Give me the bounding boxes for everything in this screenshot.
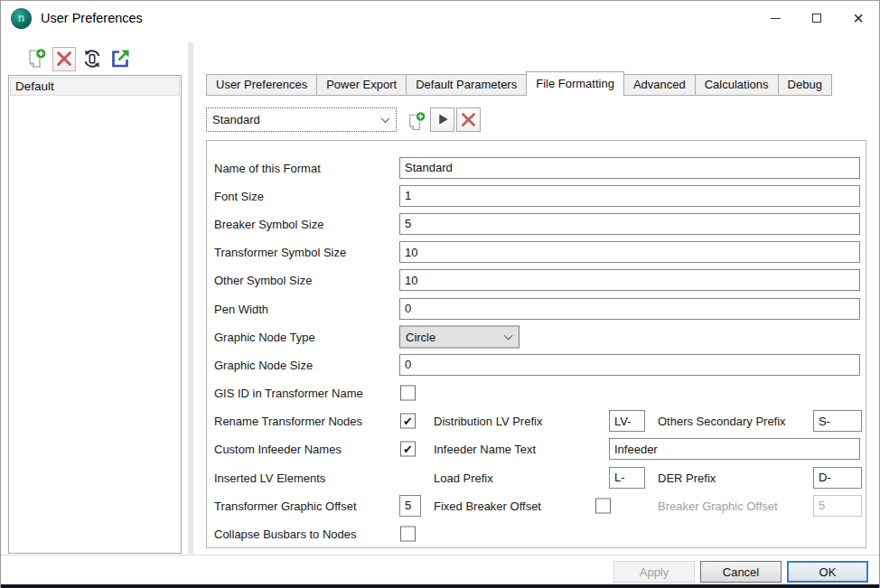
other-symbol-size-input[interactable] <box>399 269 860 291</box>
new-format-button[interactable] <box>404 107 428 132</box>
pen-width-input[interactable] <box>399 298 860 320</box>
window-title: User Preferences <box>41 11 143 25</box>
chevron-down-icon <box>381 114 390 123</box>
panel-splitter[interactable] <box>188 42 193 554</box>
tab-strip: User Preferences Power Export Default Pa… <box>206 71 832 96</box>
transformer-symbol-size-label: Transformer Symbol Size <box>214 246 346 259</box>
transformer-graphic-offset-label: Transformer Graphic Offset <box>214 499 357 512</box>
format-bar: Standard <box>206 107 481 132</box>
export-icon <box>109 48 131 70</box>
new-page-icon <box>406 110 426 132</box>
row-other-symbol-size: Other Symbol Size <box>207 266 866 294</box>
maximize-icon <box>812 14 821 23</box>
fixed-breaker-offset-label: Fixed Breaker Offset <box>434 499 541 512</box>
row-font-size: Font Size <box>207 182 866 210</box>
der-prefix-input[interactable] <box>813 467 862 489</box>
cancel-button[interactable]: Cancel <box>700 561 782 583</box>
infeeder-name-text-label: Infeeder Name Text <box>434 443 536 456</box>
profile-toolbar <box>24 45 132 72</box>
graphic-node-type-value: Circle <box>406 330 435 343</box>
delete-x-icon <box>55 50 73 68</box>
row-inserted-lv-elements: Inserted LV Elements Load Prefix DER Pre… <box>207 463 866 491</box>
ok-button[interactable]: OK <box>787 561 868 583</box>
row-pen-width: Pen Width <box>207 294 866 322</box>
export-profile-button[interactable] <box>108 47 132 71</box>
row-graphic-node-size: Graphic Node Size <box>207 350 866 378</box>
titlebar: User Preferences × <box>1 1 879 35</box>
row-transformer-symbol-size: Transformer Symbol Size <box>207 238 866 266</box>
new-profile-button[interactable] <box>24 47 48 71</box>
name-of-format-label: Name of this Format <box>214 161 321 174</box>
graphic-node-size-input[interactable] <box>399 354 860 376</box>
tab-calculations[interactable]: Calculations <box>695 74 779 96</box>
rename-nodes-label: Rename Transformer Nodes <box>214 415 362 428</box>
app-icon <box>11 8 32 29</box>
delete-profile-button[interactable] <box>52 47 76 71</box>
others-secondary-prefix-label: Others Secondary Prefix <box>658 415 786 428</box>
inserted-lv-elements-label: Inserted LV Elements <box>214 471 325 484</box>
row-graphic-node-type: Graphic Node Type Circle <box>207 322 866 350</box>
row-transformer-graphic-offset: Transformer Graphic Offset Fixed Breaker… <box>207 491 866 519</box>
profile-item-default[interactable]: Default <box>10 77 180 96</box>
refresh-icon <box>81 48 103 70</box>
delete-x-icon <box>460 111 477 128</box>
tab-debug[interactable]: Debug <box>778 74 832 96</box>
row-breaker-symbol-size: Breaker Symbol Size <box>207 210 866 238</box>
breaker-graphic-offset-input <box>813 495 862 517</box>
new-page-icon <box>25 48 47 70</box>
others-secondary-prefix-input[interactable] <box>813 410 862 432</box>
load-prefix-input[interactable] <box>609 467 645 489</box>
maximize-button[interactable] <box>796 1 838 35</box>
font-size-input[interactable] <box>399 185 860 207</box>
user-preferences-window: { "window": { "title": "User Preferences… <box>0 0 880 588</box>
graphic-node-type-select[interactable]: Circle <box>399 325 520 348</box>
name-of-format-input[interactable] <box>399 157 860 179</box>
sync-profile-button[interactable] <box>80 47 104 71</box>
tab-user-preferences[interactable]: User Preferences <box>206 74 317 96</box>
rename-nodes-checkbox[interactable]: ✔ <box>400 414 416 429</box>
window-controls: × <box>754 1 879 35</box>
breaker-symbol-size-input[interactable] <box>399 213 860 235</box>
collapse-busbars-label: Collapse Busbars to Nodes <box>214 527 357 541</box>
transformer-symbol-size-input[interactable] <box>399 241 860 263</box>
row-name-of-format: Name of this Format <box>207 154 866 182</box>
profile-list[interactable]: Default <box>8 75 182 554</box>
gis-id-checkbox[interactable] <box>400 386 416 401</box>
chevron-down-icon <box>504 331 513 340</box>
other-symbol-size-label: Other Symbol Size <box>214 274 312 287</box>
tab-advanced[interactable]: Advanced <box>623 74 696 96</box>
distribution-lv-prefix-label: Distribution LV Prefix <box>434 415 542 428</box>
window-bottom-edge <box>1 584 879 588</box>
load-prefix-label: Load Prefix <box>434 471 493 484</box>
font-size-label: Font Size <box>214 189 264 202</box>
format-select-value: Standard <box>212 113 260 126</box>
transformer-graphic-offset-input[interactable] <box>399 495 421 517</box>
custom-infeeder-checkbox[interactable]: ✔ <box>400 442 416 457</box>
minimize-icon <box>771 18 781 19</box>
delete-format-button[interactable] <box>456 107 481 132</box>
fixed-breaker-offset-checkbox[interactable] <box>595 498 611 513</box>
run-format-button[interactable] <box>430 107 454 132</box>
close-button[interactable]: × <box>838 1 879 35</box>
collapse-busbars-checkbox[interactable] <box>400 527 416 542</box>
tab-file-formatting[interactable]: File Formatting <box>526 71 624 96</box>
play-icon <box>435 111 451 127</box>
graphic-node-type-label: Graphic Node Type <box>214 330 315 343</box>
custom-infeeder-label: Custom Infeeder Names <box>214 443 342 456</box>
graphic-node-size-label: Graphic Node Size <box>214 358 313 371</box>
apply-button: Apply <box>613 561 695 583</box>
pen-width-label: Pen Width <box>214 302 268 315</box>
tab-default-parameters[interactable]: Default Parameters <box>406 74 527 96</box>
close-icon: × <box>853 9 864 27</box>
der-prefix-label: DER Prefix <box>658 471 716 484</box>
footer-divider <box>1 555 879 555</box>
format-select[interactable]: Standard <box>206 107 397 132</box>
tab-power-export[interactable]: Power Export <box>316 74 407 96</box>
gis-id-label: GIS ID in Transformer Name <box>214 387 363 400</box>
row-gis-id: GIS ID in Transformer Name <box>207 379 866 407</box>
breaker-graphic-offset-label: Breaker Graphic Offset <box>658 499 778 512</box>
infeeder-name-text-input[interactable] <box>609 438 860 460</box>
file-formatting-form: Name of this Format Font Size Breaker Sy… <box>206 140 866 548</box>
distribution-lv-prefix-input[interactable] <box>609 410 645 432</box>
minimize-button[interactable] <box>754 1 796 35</box>
